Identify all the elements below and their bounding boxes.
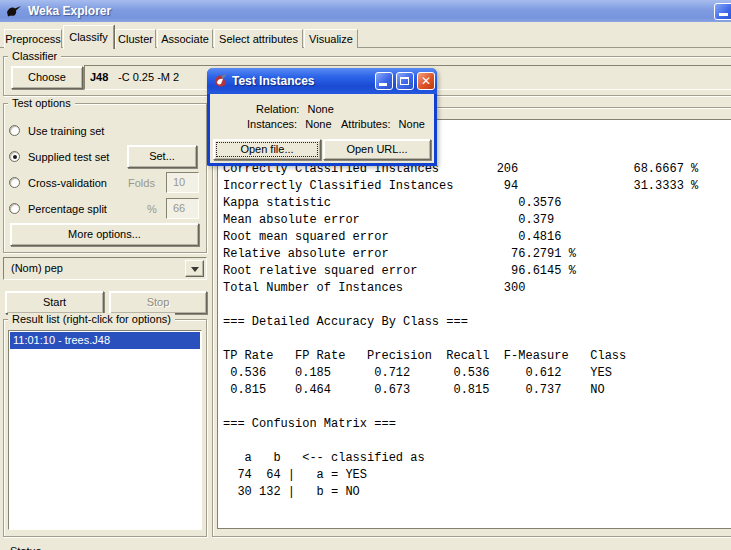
dialog-minimize-button[interactable] bbox=[375, 72, 393, 90]
classifier-output-textarea[interactable]: Correctly Classified Instances 206 68.66… bbox=[217, 119, 731, 529]
more-options-button[interactable]: More options... bbox=[10, 223, 199, 246]
stop-button: Stop bbox=[109, 291, 207, 314]
dialog-attributes-row: Attributes: None bbox=[341, 118, 425, 130]
tab-preprocess[interactable]: Preprocess bbox=[4, 29, 62, 48]
weka-bird-icon bbox=[6, 4, 22, 18]
percent-label: % bbox=[147, 203, 157, 215]
attributes-value: None bbox=[399, 118, 425, 130]
result-list-groupbox: 11:01:10 - trees.J48 bbox=[3, 319, 207, 537]
dialog-titlebar[interactable]: Test Instances ✕ bbox=[207, 68, 437, 94]
radio-circle-icon bbox=[9, 125, 20, 136]
radio-circle-icon bbox=[9, 177, 20, 188]
combobox-dropdown-button[interactable] bbox=[185, 260, 204, 277]
folds-label: Folds bbox=[128, 177, 155, 189]
window-title: Weka Explorer bbox=[28, 4, 111, 18]
dialog-relation-row: Relation: None bbox=[256, 103, 334, 115]
instances-label: Instances: bbox=[247, 118, 297, 130]
relation-value: None bbox=[307, 103, 333, 115]
status-label: Status bbox=[10, 545, 41, 550]
tab-visualize[interactable]: Visualize bbox=[304, 29, 358, 48]
radio-circle-checked-icon bbox=[9, 151, 20, 162]
window-minimize-button[interactable] bbox=[714, 3, 731, 20]
folds-field: 10 bbox=[166, 172, 199, 193]
weka-explorer-window: Weka Explorer Preprocess Classify Cluste… bbox=[0, 0, 731, 550]
class-attribute-value: (Nom) pep bbox=[11, 262, 63, 274]
classifier-output-groupbox: Correctly Classified Instances 206 68.66… bbox=[212, 107, 731, 537]
test-instances-dialog: Test Instances ✕ Relation: None Instance… bbox=[207, 68, 437, 166]
percent-field: 66 bbox=[166, 198, 199, 219]
dialog-maximize-button[interactable] bbox=[396, 72, 414, 90]
instances-value: None bbox=[305, 118, 331, 130]
radio-percentage-split[interactable]: Percentage split bbox=[9, 202, 159, 216]
choose-classifier-button[interactable]: Choose bbox=[11, 66, 83, 89]
attributes-label: Attributes: bbox=[341, 118, 391, 130]
relation-label: Relation: bbox=[256, 103, 299, 115]
dialog-weka-icon bbox=[213, 73, 228, 88]
tab-associate[interactable]: Associate bbox=[157, 29, 213, 48]
classifier-output-text: Correctly Classified Instances 206 68.66… bbox=[218, 120, 731, 501]
dialog-close-button[interactable]: ✕ bbox=[417, 72, 435, 90]
result-list[interactable]: 11:01:10 - trees.J48 bbox=[8, 330, 202, 530]
open-file-button[interactable]: Open file... bbox=[213, 139, 321, 160]
radio-use-training-set[interactable]: Use training set bbox=[9, 124, 159, 138]
start-button[interactable]: Start bbox=[5, 291, 104, 314]
result-list-group-label: Result list (right-click for options) bbox=[8, 313, 175, 325]
dialog-title: Test Instances bbox=[232, 74, 314, 88]
tab-classify[interactable]: Classify bbox=[63, 25, 114, 49]
maximize-icon bbox=[400, 77, 409, 85]
radio-circle-icon bbox=[9, 203, 20, 214]
chevron-down-icon bbox=[191, 267, 199, 272]
open-url-button[interactable]: Open URL... bbox=[323, 139, 431, 160]
close-icon: ✕ bbox=[418, 74, 434, 88]
classifier-scheme-name: J48 bbox=[90, 71, 108, 83]
set-test-set-button[interactable]: Set... bbox=[127, 145, 197, 168]
minimize-icon bbox=[379, 83, 387, 86]
minimize-icon bbox=[719, 13, 728, 16]
tab-select-attributes[interactable]: Select attributes bbox=[214, 29, 303, 48]
window-titlebar[interactable]: Weka Explorer bbox=[0, 0, 731, 22]
tab-cluster[interactable]: Cluster bbox=[115, 29, 156, 48]
result-list-item[interactable]: 11:01:10 - trees.J48 bbox=[10, 332, 200, 349]
test-options-group-label: Test options bbox=[8, 97, 75, 109]
class-attribute-combobox[interactable]: (Nom) pep bbox=[3, 257, 207, 280]
dialog-instances-row: Instances: None bbox=[247, 118, 332, 130]
classifier-scheme-options: -C 0.25 -M 2 bbox=[118, 71, 179, 83]
classifier-group-label: Classifier bbox=[8, 50, 61, 62]
